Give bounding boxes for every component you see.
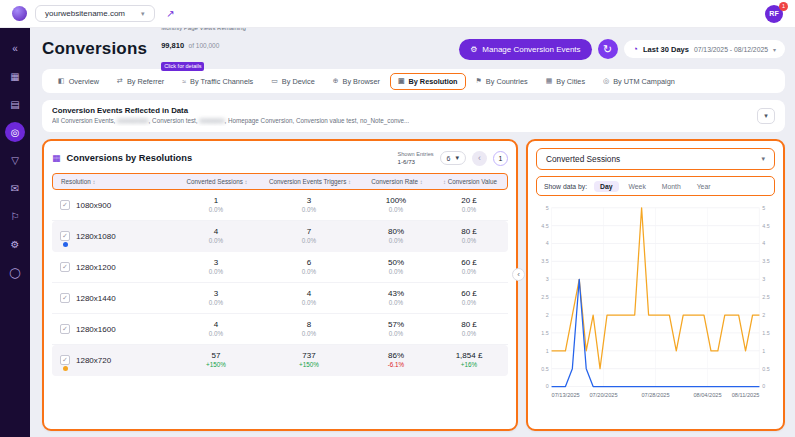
- rate-value: 100%: [360, 196, 432, 206]
- tab-by-referrer[interactable]: ⇄By Referrer: [109, 73, 172, 90]
- table-row-1280x1440[interactable]: ✓ 1280x1440 3 0.0% 4 0.0% 43% 0.0% 60 £ …: [52, 283, 508, 314]
- sessions-value: 3: [174, 289, 258, 299]
- sidebar-item-conversions[interactable]: ◎: [5, 122, 25, 142]
- rate-value: 50%: [360, 258, 432, 268]
- tab-by-browser[interactable]: ⊕By Browser: [325, 73, 388, 90]
- expand-events-button[interactable]: ▾: [757, 108, 775, 124]
- value-cell: 60 £ 0.0%: [432, 258, 506, 277]
- svg-text:2.5: 2.5: [762, 294, 769, 300]
- svg-text:3.5: 3.5: [541, 258, 548, 264]
- resolution-label: 1080x900: [76, 201, 111, 210]
- triggers-value: 3: [258, 196, 360, 206]
- rate-delta: 0.0%: [360, 237, 432, 245]
- browser-icon: ⊕: [333, 77, 339, 85]
- period-year[interactable]: Year: [691, 181, 717, 192]
- svg-text:5: 5: [546, 205, 549, 211]
- date-range-selector[interactable]: ◔ Last 30 Days 07/13/2025 - 08/12/2025 ▾: [624, 40, 785, 58]
- sidebar-item-account[interactable]: ◯: [5, 262, 25, 282]
- period-month[interactable]: Month: [656, 181, 687, 192]
- referrer-icon: ⇄: [117, 77, 123, 85]
- metric-selector-dropdown[interactable]: Converted Sessions ▾: [536, 148, 775, 170]
- table-row-1080x900[interactable]: ✓ 1080x900 1 0.0% 3 0.0% 100% 0.0% 20 £ …: [52, 190, 508, 221]
- rate-delta: 0.0%: [360, 206, 432, 214]
- column-header-converted-sessions[interactable]: Converted Sessions ↕: [175, 178, 259, 185]
- sidebar-item-collapse-sidebar[interactable]: «: [5, 38, 25, 58]
- value-delta: 0.0%: [432, 268, 506, 276]
- table-row-1280x1200[interactable]: ✓ 1280x1200 3 0.0% 6 0.0% 50% 0.0% 60 £ …: [52, 252, 508, 283]
- click-for-details-link[interactable]: Click for details: [161, 62, 204, 71]
- row-checkbox[interactable]: ✓: [60, 231, 70, 241]
- table-title: Conversions by Resolutions: [67, 153, 193, 163]
- sessions-delta: 0.0%: [174, 237, 258, 245]
- privacy-icon: ⚐: [11, 211, 20, 222]
- sessions-cell: 4 0.0%: [174, 227, 258, 246]
- svg-text:2.5: 2.5: [541, 294, 548, 300]
- table-icon: ▦: [52, 153, 61, 163]
- page-views-used: 99,810: [161, 41, 184, 50]
- sidebar-item-reports[interactable]: ▤: [5, 94, 25, 114]
- svg-text:07/28/2025: 07/28/2025: [641, 392, 669, 398]
- triggers-value: 737: [258, 351, 360, 361]
- tab-by-traffic-channels[interactable]: ≈By Traffic Channels: [174, 73, 261, 90]
- sort-icon: ↕: [93, 179, 96, 185]
- period-week[interactable]: Week: [623, 181, 652, 192]
- row-checkbox[interactable]: ✓: [60, 293, 70, 303]
- value-cell: 1,854 £ +16%: [432, 351, 506, 370]
- value-value: 80 £: [432, 227, 506, 237]
- row-checkbox[interactable]: ✓: [60, 355, 70, 365]
- sidebar-item-funnels[interactable]: ▽: [5, 150, 25, 170]
- pagination-prev-button[interactable]: ‹: [472, 151, 487, 166]
- row-checkbox[interactable]: ✓: [60, 324, 70, 334]
- table-row-1280x1600[interactable]: ✓ 1280x1600 4 0.0% 8 0.0% 57% 0.0% 80 £ …: [52, 314, 508, 345]
- avatar[interactable]: RF 1: [765, 5, 783, 23]
- site-selector-dropdown[interactable]: yourwebsitename.com ▾: [35, 5, 155, 22]
- collapse-panel-handle[interactable]: ‹: [512, 268, 525, 281]
- sidebar-item-dashboard[interactable]: ▦: [5, 66, 25, 86]
- svg-text:3: 3: [546, 276, 549, 282]
- tab-label: Overview: [69, 77, 99, 86]
- tab-by-countries[interactable]: ⚑By Countries: [468, 73, 536, 90]
- cities-icon: ▦: [546, 77, 553, 85]
- row-checkbox[interactable]: ✓: [60, 200, 70, 210]
- tab-by-resolution[interactable]: ▣By Resolution: [390, 73, 466, 90]
- row-checkbox[interactable]: ✓: [60, 262, 70, 272]
- manage-conversion-events-button[interactable]: ⚙ Manage Conversion Events: [459, 39, 591, 60]
- tab-label: By Cities: [556, 77, 585, 86]
- column-header-resolution[interactable]: Resolution ↕: [53, 178, 175, 185]
- tab-by-device[interactable]: ▭By Device: [263, 73, 322, 90]
- svg-text:1: 1: [762, 348, 765, 354]
- page-size-select[interactable]: 6 ▾: [440, 151, 466, 165]
- page-views-total: of 100,000: [189, 42, 220, 49]
- conversions-icon: ◎: [11, 127, 20, 138]
- sidebar-item-privacy[interactable]: ⚐: [5, 206, 25, 226]
- open-site-button[interactable]: ↗: [163, 6, 179, 22]
- notification-badge: 1: [779, 2, 788, 11]
- account-icon: ◯: [9, 267, 20, 278]
- table-row-1280x1080[interactable]: ✓ 1280x1080 4 0.0% 7 0.0% 80% 0.0% 80 £ …: [52, 221, 508, 252]
- overview-icon: ◧: [58, 77, 65, 85]
- svg-text:0: 0: [546, 383, 549, 389]
- sidebar-item-feedback[interactable]: ✉: [5, 178, 25, 198]
- tab-by-cities[interactable]: ▦By Cities: [538, 73, 593, 90]
- main-content: Conversions Monthly Page Views Remaining…: [30, 28, 795, 437]
- pagination-current-page[interactable]: 1: [493, 151, 508, 166]
- column-header-conversion-rate[interactable]: Conversion Rate ↕: [361, 178, 433, 185]
- resolution-cell: ✓ 1280x720: [52, 355, 174, 365]
- svg-text:08/04/2025: 08/04/2025: [693, 392, 721, 398]
- period-day[interactable]: Day: [594, 181, 618, 192]
- refresh-button[interactable]: ↻: [598, 39, 618, 59]
- traffic-icon: ≈: [182, 78, 186, 85]
- table-row-1280x720[interactable]: ✓ 1280x720 57 +150% 737 +150% 86% -6.1% …: [52, 345, 508, 376]
- sessions-cell: 3 0.0%: [174, 289, 258, 308]
- sidebar-item-settings[interactable]: ⚙: [5, 234, 25, 254]
- tab-by-utm-campaign[interactable]: ◎By UTM Campaign: [595, 73, 683, 90]
- column-header-conversion-value[interactable]: ↕ Conversion Value: [433, 178, 507, 185]
- value-delta: 0.0%: [432, 330, 506, 338]
- column-header-conversion-events-triggers[interactable]: Conversion Events Triggers ↕: [259, 178, 361, 185]
- triggers-cell: 4 0.0%: [258, 289, 360, 308]
- tab-overview[interactable]: ◧Overview: [50, 73, 107, 90]
- event-names-text: , Conversion test,: [149, 117, 200, 124]
- value-value: 80 £: [432, 320, 506, 330]
- page-views-remaining: Monthly Page Views Remaining 99,810 of 1…: [161, 25, 246, 73]
- tab-label: By UTM Campaign: [613, 77, 675, 86]
